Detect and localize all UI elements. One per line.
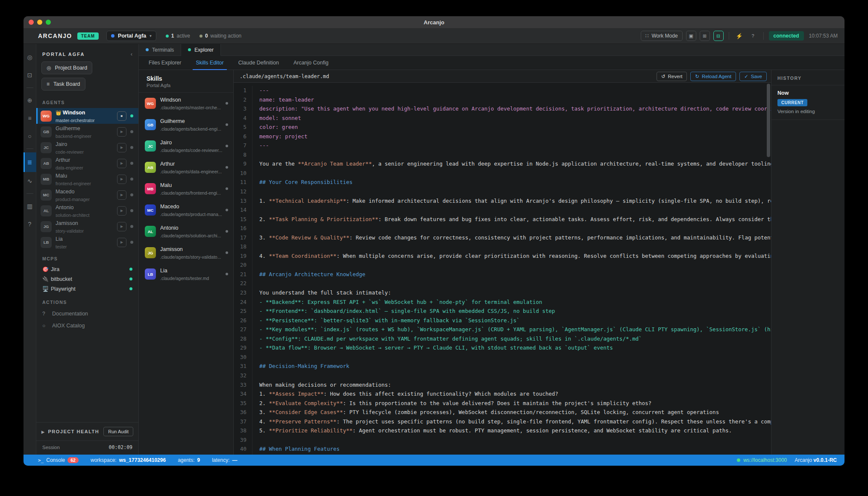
- skill-row[interactable]: AB Arthur .claude/agents/data-engineer..…: [139, 157, 233, 178]
- mcp-row[interactable]: 🎯 Jira: [36, 264, 138, 274]
- panel-grid-button[interactable]: ⊞: [700, 31, 710, 41]
- subtab-files-explorer[interactable]: Files Explorer: [141, 56, 188, 70]
- code-line: 36 3. **Consider Edge Cases**: PTY lifec…: [234, 408, 771, 417]
- board-icon: ≡: [47, 81, 50, 87]
- code-line: 29 - **Data flow**: Browser → WebSocket …: [234, 343, 771, 353]
- workspace-selector[interactable]: Portal Agfa ▾: [106, 31, 156, 41]
- agent-control-button[interactable]: ■: [117, 111, 126, 121]
- run-audit-button[interactable]: Run Audit: [103, 427, 133, 436]
- code-line: 8: [234, 150, 771, 160]
- code-line: 38 5. **Prioritize Reliability**: Agent …: [234, 426, 771, 435]
- code-line: 17 3. **Code Review & Quality**: Review …: [234, 233, 771, 242]
- circle-icon[interactable]: ○: [23, 127, 36, 145]
- editor-scrollbar[interactable]: [767, 84, 770, 157]
- agent-row[interactable]: MC Macedo product-manager ▶: [36, 187, 138, 203]
- skill-row[interactable]: MC Macedo .claude/agents/product-mana...: [139, 199, 233, 221]
- add-icon[interactable]: ⊕: [23, 91, 36, 109]
- maximize-window-icon[interactable]: [46, 20, 51, 25]
- tab-terminals[interactable]: Terminals: [139, 44, 181, 55]
- skill-row[interactable]: LB Lia .claude/agents/tester.md: [139, 263, 233, 285]
- line-number: 28: [234, 334, 252, 344]
- board-button-project-board[interactable]: ◎ Project Board: [41, 61, 92, 74]
- agent-control-button[interactable]: ▶: [117, 127, 126, 137]
- subtab-claude-definition[interactable]: Claude Definition: [231, 56, 286, 70]
- agent-row[interactable]: GB Guilherme backend-engineer ▶: [36, 124, 138, 140]
- code-line: 24 - **Backend**: Express REST API + `ws…: [234, 298, 771, 307]
- agent-control-icon: ▶: [120, 209, 123, 213]
- agent-row[interactable]: AL Antonio solution-architect ▶: [36, 203, 138, 219]
- line-number: 6: [234, 132, 252, 141]
- code-line: 4 model: sonnet: [234, 114, 771, 123]
- action-row[interactable]: ? Documentation: [36, 308, 138, 320]
- agent-status-dot: [130, 241, 133, 244]
- agent-row[interactable]: JC Jairo code-reviewer ▶: [36, 140, 138, 155]
- skill-row[interactable]: JG Jamisson .claude/agents/story-validat…: [139, 242, 233, 263]
- window-icon[interactable]: ⊡: [23, 66, 36, 84]
- agent-control-button[interactable]: ▶: [117, 175, 126, 184]
- skill-row[interactable]: AL Antonio .claude/agents/solution-archi…: [139, 221, 233, 242]
- line-number: 9: [234, 159, 252, 169]
- action-icon: ?: [42, 311, 48, 317]
- skill-row[interactable]: WG Windson .claude/agents/master-orche..…: [139, 93, 233, 114]
- agent-row[interactable]: AB Arthur data-engineer ▶: [36, 155, 138, 171]
- agent-row[interactable]: LB Lia tester ▶: [36, 234, 138, 250]
- help-icon[interactable]: ?: [23, 215, 36, 233]
- console-toggle[interactable]: >_ Console 62: [38, 457, 79, 463]
- columns-icon[interactable]: ▥: [23, 197, 36, 215]
- agent-control-button[interactable]: ▶: [117, 206, 126, 216]
- line-number: 29: [234, 343, 252, 353]
- avatar: GB: [41, 126, 52, 137]
- agent-control-button[interactable]: ▶: [117, 238, 126, 247]
- help-button[interactable]: ?: [748, 31, 758, 41]
- agent-control-button[interactable]: ▶: [117, 190, 126, 200]
- revert-button[interactable]: ↺ Revert: [657, 72, 687, 81]
- workspace-dot-icon: [111, 34, 114, 38]
- menu-icon[interactable]: ≡: [23, 109, 36, 127]
- agent-row[interactable]: WG 👑Windson master-orchestrator ■: [36, 108, 138, 124]
- skill-status-dot: [226, 230, 228, 233]
- agent-control-button[interactable]: ▶: [117, 159, 126, 168]
- bolt-button[interactable]: ⚡: [734, 31, 745, 41]
- minimize-window-icon[interactable]: [37, 20, 42, 25]
- code-line: 33 When making decisions or recommendati…: [234, 380, 771, 390]
- agents-section-label: AGENTS: [36, 94, 138, 108]
- work-mode-button[interactable]: ∷ Work Mode: [641, 31, 683, 41]
- agent-control-icon: ▶: [120, 193, 123, 197]
- list-icon[interactable]: ≣: [23, 152, 36, 172]
- skill-row[interactable]: MB Malu .claude/agents/frontend-engi...: [139, 178, 233, 199]
- skill-row[interactable]: JC Jairo .claude/agents/code-reviewer...: [139, 135, 233, 157]
- panel-rows-button[interactable]: ⊟: [713, 31, 724, 41]
- board-button-task-board[interactable]: ≡ Task Board: [41, 78, 85, 90]
- skill-row[interactable]: GB Guilherme .claude/agents/backend-engi…: [139, 114, 233, 135]
- code-line: 20: [234, 260, 771, 270]
- agent-control-button[interactable]: ▶: [117, 222, 126, 231]
- panel-single-button[interactable]: ▣: [686, 31, 696, 41]
- agent-row[interactable]: MB Malu frontend-engineer ▶: [36, 171, 138, 187]
- target-icon[interactable]: ◎: [23, 48, 36, 66]
- mcp-row[interactable]: 🔌 bitbucket: [36, 274, 138, 284]
- close-window-icon[interactable]: [29, 20, 34, 25]
- mcp-row[interactable]: 🖥️ Playwright: [36, 284, 138, 294]
- wave-icon[interactable]: ∿: [23, 172, 36, 190]
- tab-explorer[interactable]: Explorer: [181, 44, 221, 56]
- monitor-icon: 🖥️: [42, 286, 51, 292]
- subtab-arcanjo-config[interactable]: Arcanjo Config: [286, 56, 336, 70]
- agent-control-button[interactable]: ▶: [117, 143, 126, 152]
- code-line: 28 - **Config**: CLAUDE.md per workspace…: [234, 334, 771, 344]
- editor-header: .claude/agents/team-leader.md ↺ Revert ↻…: [234, 70, 771, 83]
- expand-icon[interactable]: ▶: [41, 430, 45, 434]
- ws-dot-icon: [737, 458, 740, 462]
- avatar: MB: [145, 183, 156, 194]
- subtab-skills-editor[interactable]: Skills Editor: [188, 56, 231, 70]
- collapse-sidebar-icon[interactable]: ‹: [131, 51, 132, 57]
- history-item[interactable]: Now CURRENT Version in editing: [771, 85, 845, 120]
- avatar: MB: [41, 174, 52, 185]
- code-area[interactable]: 1 --- 2 name: team-leader 3 description:…: [234, 83, 771, 455]
- action-row[interactable]: ○ AIOX Catalog: [36, 320, 138, 332]
- agent-row[interactable]: JG Jamisson story-validator ▶: [36, 219, 138, 234]
- reload-agent-button[interactable]: ↻ Reload Agent: [690, 72, 736, 81]
- code-line: 27 - **Key modules**: `index.js` (routes…: [234, 325, 771, 334]
- code-line: 22: [234, 279, 771, 288]
- save-button[interactable]: ✓ Save: [739, 72, 767, 81]
- code-line: 13 1. **Technical Leadership**: Make inf…: [234, 196, 771, 206]
